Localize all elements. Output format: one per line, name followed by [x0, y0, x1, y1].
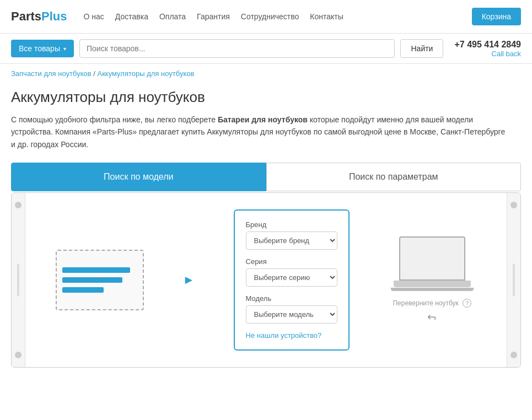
filter-form: Бренд Выберите бренд Серия Выберите сери… [234, 209, 350, 351]
right-handle [507, 193, 520, 367]
nav-contacts[interactable]: Контакты [310, 12, 343, 21]
logo[interactable]: Parts Plus [11, 9, 67, 24]
flip-text: Переверните ноутбук ? [393, 299, 471, 308]
main-content: Аккумуляторы для ноутбуков С помощью удо… [0, 83, 532, 379]
all-products-label: Все товары [19, 44, 60, 53]
chevron-down-icon: ▾ [63, 46, 66, 52]
side-bar-left [17, 263, 19, 297]
search-bar: Все товары ▾ Найти +7 495 414 2849 Call … [0, 34, 532, 64]
logo-plus: Plus [41, 9, 67, 24]
breadcrumb: Запчасти для ноутбуков / Аккумуляторы дл… [0, 64, 532, 83]
main-nav: О нас Доставка Оплата Гарантия Сотруднич… [84, 12, 472, 21]
side-bar-right [513, 263, 515, 297]
phone-number: +7 495 414 2849 [454, 40, 521, 49]
nav-warranty[interactable]: Гарантия [197, 12, 230, 21]
all-products-button[interactable]: Все товары ▾ [11, 40, 74, 57]
filter-widget: ► Бренд Выберите бренд Серия Выберите се… [11, 192, 521, 368]
breadcrumb-parts[interactable]: Запчасти для ноутбуков [11, 69, 92, 78]
brand-group: Бренд Выберите бренд [246, 220, 337, 250]
model-select[interactable]: Выберите модель [246, 305, 337, 324]
brand-label: Бренд [246, 220, 337, 229]
arrow-right-icon: ► [182, 273, 195, 287]
page-description: С помощью удобного фильтра ниже, вы легк… [11, 114, 507, 150]
dot-top-left [15, 202, 22, 208]
left-handle [12, 193, 25, 367]
tab-params[interactable]: Поиск по параметрам [266, 163, 522, 191]
laptop-screen [399, 236, 465, 281]
flip-arrow-icon: ↩ [427, 311, 437, 324]
breadcrumb-batteries[interactable]: Аккумуляторы для ноутбуков [97, 69, 194, 78]
filter-widget-container: ► Бренд Выберите бренд Серия Выберите се… [11, 192, 521, 368]
dot-bottom-right [510, 352, 517, 358]
page-title: Аккумуляторы для ноутбуков [11, 89, 521, 106]
dot-bottom-left [15, 352, 22, 358]
tab-model[interactable]: Поиск по модели [11, 163, 266, 191]
model-group: Модель Выберите модель [246, 294, 337, 324]
model-label: Модель [246, 294, 337, 303]
cart-button[interactable]: Корзина [472, 8, 521, 25]
desc-bold: Батареи для ноутбуков [218, 115, 308, 124]
question-icon: ? [463, 299, 471, 308]
laptop-base-bottom [391, 288, 474, 291]
callback-link[interactable]: Call back [454, 50, 521, 58]
laptop-line-3 [62, 287, 104, 293]
widget-content: ► Бренд Выберите бренд Серия Выберите се… [25, 193, 507, 367]
search-input[interactable] [79, 39, 395, 58]
brand-select[interactable]: Выберите бренд [246, 231, 337, 250]
search-button[interactable]: Найти [400, 39, 443, 58]
series-select[interactable]: Выберите серию [246, 268, 337, 287]
not-found-link[interactable]: Не нашли устройство? [246, 331, 337, 340]
nav-payment[interactable]: Оплата [159, 12, 186, 21]
phone-block: +7 495 414 2849 Call back [454, 40, 521, 58]
laptop-line-2 [62, 277, 122, 283]
series-label: Серия [246, 257, 337, 266]
nav-about[interactable]: О нас [84, 12, 104, 21]
nav-delivery[interactable]: Доставка [115, 12, 148, 21]
laptop-right-illustration: Переверните ноутбук ? ↩ [388, 236, 476, 324]
nav-cooperation[interactable]: Сотрудничество [241, 12, 299, 21]
desc-before-bold: С помощью удобного фильтра ниже, вы легк… [11, 115, 218, 124]
laptop-left-illustration [56, 250, 144, 310]
dot-top-right [510, 202, 517, 208]
laptop-base [394, 281, 471, 287]
laptop-frame [56, 250, 144, 310]
logo-parts: Parts [11, 9, 41, 24]
laptop-line-1 [62, 267, 130, 273]
search-tabs: Поиск по модели Поиск по параметрам [11, 163, 521, 191]
series-group: Серия Выберите серию [246, 257, 337, 287]
